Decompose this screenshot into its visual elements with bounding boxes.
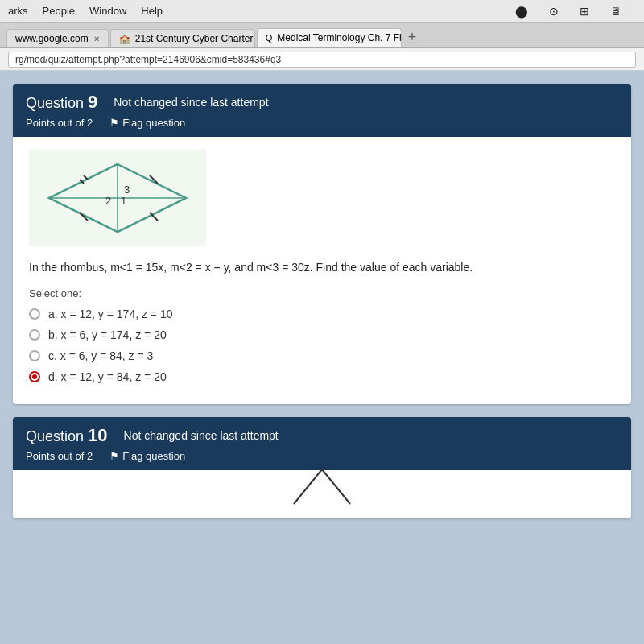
menu-bar: arks People Window Help ⬤ ⊙ ⊞ 🖥 — [0, 0, 644, 23]
option-a-text: a. x = 12, y = 174, z = 10 — [48, 308, 173, 320]
rhombus-diagram: 3 2 1 — [29, 150, 206, 246]
tab-21stcentury-favicon: 🏫 — [119, 34, 130, 44]
menu-icons: ⬤ ⊙ ⊞ 🖥 — [515, 5, 636, 18]
option-a[interactable]: a. x = 12, y = 174, z = 10 — [29, 308, 615, 320]
option-b-text: b. x = 6, y = 174, z = 20 — [48, 328, 167, 341]
flag-question-9-button[interactable]: ⚑ Flag question — [109, 117, 185, 129]
radio-d[interactable] — [29, 371, 40, 382]
question-9-card: Question 9 Not changed since last attemp… — [13, 84, 631, 404]
question-9-header: Question 9 Not changed since last attemp… — [13, 84, 631, 137]
icon-grid: ⊞ — [580, 5, 589, 18]
radio-a[interactable] — [29, 308, 40, 320]
menu-item-people[interactable]: People — [43, 5, 75, 17]
question-10-number: Question 10 — [26, 425, 108, 446]
question-10-points: Points out of 2 — [26, 450, 93, 462]
tab-google-label: www.google.com — [15, 33, 89, 44]
flag-icon: ⚑ — [109, 117, 119, 129]
options-list: a. x = 12, y = 174, z = 10 b. x = 6, y =… — [29, 308, 615, 383]
svg-text:1: 1 — [121, 195, 126, 207]
question-9-text: In the rhombus, m<1 = 15x, m<2 = x + y, … — [29, 259, 615, 276]
menu-item-arks[interactable]: arks — [8, 5, 28, 17]
menu-item-window[interactable]: Window — [89, 5, 126, 17]
tab-medical-favicon: Q — [266, 33, 273, 43]
question-10-status: Not changed since last attempt — [124, 429, 279, 442]
tab-medical-label: Medical Terminology Ch. 7 Flas... — [277, 32, 401, 43]
option-d[interactable]: d. x = 12, y = 84, z = 20 — [29, 370, 615, 383]
question-10-card: Question 10 Not changed since last attem… — [13, 417, 631, 518]
tab-21stcentury-label: 21st Century Cyber Charter Sc... — [135, 33, 255, 44]
header-divider-10 — [101, 449, 101, 462]
svg-line-15 — [322, 469, 350, 504]
svg-text:3: 3 — [124, 184, 130, 196]
flag-icon-10: ⚑ — [109, 450, 119, 462]
tab-google[interactable]: www.google.com ✕ — [6, 29, 109, 47]
select-one-label: Select one: — [29, 287, 615, 299]
radio-c[interactable] — [29, 350, 40, 361]
tab-medical[interactable]: Q Medical Terminology Ch. 7 Flas... ✕ — [257, 28, 402, 47]
svg-text:2: 2 — [105, 195, 111, 207]
question-10-body — [13, 470, 631, 518]
tab-google-close[interactable]: ✕ — [93, 35, 100, 43]
flag-question-9-label: Flag question — [122, 117, 185, 129]
radio-b[interactable] — [29, 329, 40, 341]
question-9-body: 3 2 1 In the rhombus, m<1 = 15x, m<2 = x… — [13, 137, 631, 404]
icon-monitor: 🖥 — [610, 5, 621, 18]
icon-circle: ⬤ — [515, 5, 528, 18]
tab-21stcentury[interactable]: 🏫 21st Century Cyber Charter Sc... ✕ — [110, 29, 255, 47]
option-d-text: d. x = 12, y = 84, z = 20 — [48, 370, 167, 383]
question-9-status: Not changed since last attempt — [114, 96, 268, 109]
question-10-diagram-partial — [290, 465, 354, 506]
page-content: Question 9 Not changed since last attemp… — [0, 71, 644, 644]
question-10-header: Question 10 Not changed since last attem… — [13, 417, 631, 470]
icon-nav: ⊙ — [549, 5, 559, 18]
option-c[interactable]: c. x = 6, y = 84, z = 3 — [29, 349, 615, 362]
new-tab-button[interactable]: + — [403, 29, 422, 46]
menu-item-help[interactable]: Help — [141, 5, 163, 17]
flag-question-10-button[interactable]: ⚑ Flag question — [109, 450, 185, 462]
option-c-text: c. x = 6, y = 84, z = 3 — [48, 349, 153, 362]
address-bar — [0, 48, 644, 71]
svg-line-10 — [154, 217, 158, 221]
question-9-number: Question 9 — [26, 92, 97, 113]
svg-line-14 — [294, 469, 322, 504]
rhombus-svg: 3 2 1 — [37, 158, 198, 238]
header-divider — [101, 116, 101, 129]
svg-line-5 — [150, 175, 154, 180]
flag-question-10-label: Flag question — [122, 450, 185, 462]
address-input[interactable] — [8, 52, 636, 68]
tab-bar: www.google.com ✕ 🏫 21st Century Cyber Ch… — [0, 23, 644, 48]
option-b[interactable]: b. x = 6, y = 174, z = 20 — [29, 328, 615, 341]
question-9-points: Points out of 2 — [26, 117, 93, 129]
